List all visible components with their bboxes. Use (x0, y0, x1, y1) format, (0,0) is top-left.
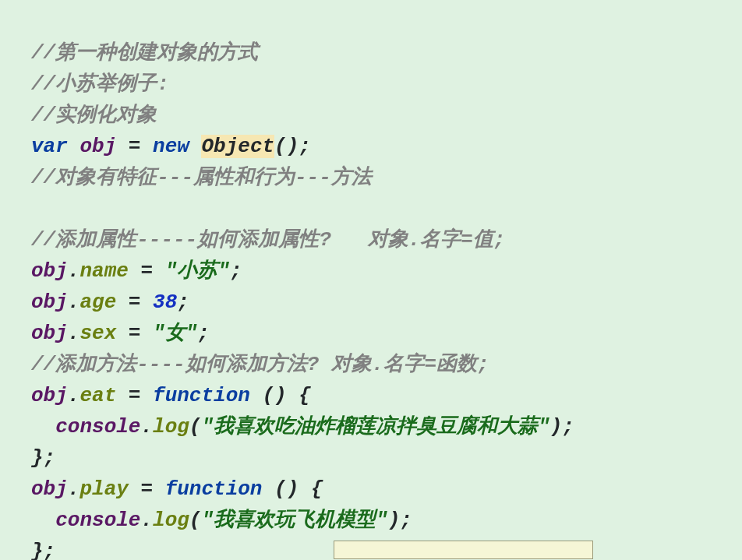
code-punct: ( (189, 415, 202, 438)
code-dot: . (68, 477, 80, 501)
code-punct: () { (262, 384, 310, 407)
code-op: = (116, 135, 153, 158)
identifier-obj: obj (31, 291, 68, 314)
member-age: age (80, 291, 116, 314)
code-punct: ; (177, 291, 189, 314)
code-dot: . (68, 384, 80, 407)
code-op: = (116, 384, 153, 407)
code-comment: //添加方法----如何添加方法? 对象.名字=函数; (31, 353, 489, 376)
code-comment: //小苏举例子: (31, 72, 169, 96)
number-literal: 38 (153, 291, 177, 314)
code-punct: (); (274, 135, 311, 158)
string-literal: "女" (153, 322, 197, 345)
identifier-obj: obj (31, 322, 68, 345)
code-editor[interactable]: //第一种创建对象的方式 //小苏举例子: //实例化对象 var obj = … (0, 0, 742, 560)
class-object-highlight: Object (201, 135, 274, 158)
code-dot: . (140, 415, 153, 438)
keyword-function: function (153, 384, 262, 407)
keyword-var: var (31, 135, 80, 158)
string-literal: "小苏" (165, 259, 230, 283)
keyword-function: function (165, 477, 274, 501)
code-punct: ( (189, 509, 202, 532)
code-dot: . (68, 322, 80, 345)
code-indent (31, 509, 55, 532)
code-indent (31, 415, 55, 438)
code-op: = (129, 259, 165, 283)
code-punct: ); (388, 509, 412, 532)
code-comment: //添加属性-----如何添加属性? 对象.名字=值; (31, 228, 505, 252)
status-tooltip: Formatted 9 lines Show reformat dialog: … (334, 541, 593, 559)
code-comment: //实例化对象 (31, 104, 157, 127)
identifier-console: console (55, 509, 140, 532)
code-op: = (116, 322, 153, 345)
code-punct: ; (197, 322, 210, 345)
code-punct: }; (31, 446, 55, 470)
identifier-console: console (55, 415, 140, 438)
code-dot: . (68, 291, 80, 314)
member-sex: sex (80, 322, 116, 345)
keyword-new: new (153, 135, 201, 158)
identifier-obj: obj (31, 259, 68, 283)
code-comment: //第一种创建对象的方式 (31, 41, 258, 65)
code-punct: () { (274, 477, 323, 501)
member-log: log (153, 509, 189, 532)
identifier-obj: obj (31, 384, 68, 407)
string-literal: "我喜欢吃油炸榴莲凉拌臭豆腐和大蒜" (201, 415, 549, 438)
code-op: = (116, 291, 153, 314)
code-punct: }; (31, 540, 55, 560)
member-log: log (153, 415, 189, 438)
string-literal: "我喜欢玩飞机模型" (201, 509, 387, 532)
code-op: = (129, 477, 165, 501)
code-dot: . (68, 259, 80, 283)
code-comment: //对象有特征---属性和行为---方法 (31, 166, 372, 189)
member-name: name (80, 259, 128, 283)
code-punct: ; (230, 259, 242, 283)
identifier-obj: obj (31, 477, 68, 501)
member-play: play (80, 477, 128, 501)
code-punct: ); (550, 415, 574, 438)
code-dot: . (140, 509, 153, 532)
member-eat: eat (80, 384, 116, 407)
identifier-obj: obj (80, 135, 116, 158)
